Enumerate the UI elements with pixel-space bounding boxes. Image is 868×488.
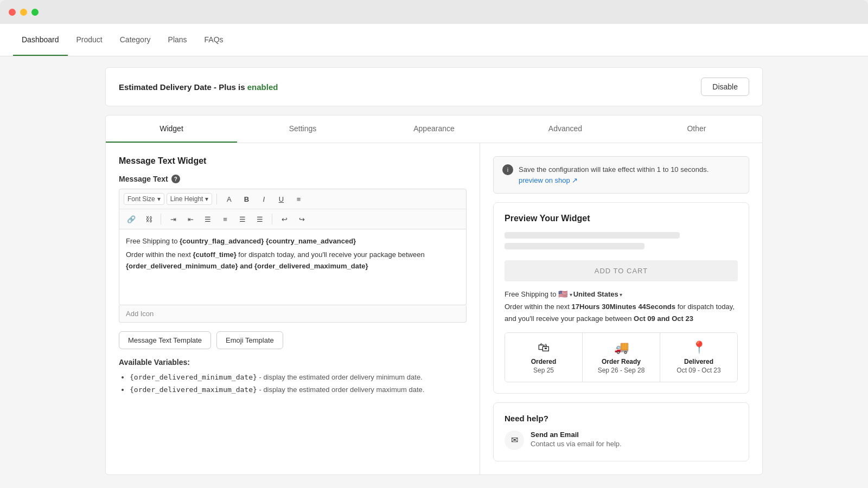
preview-card: Preview Your Widget ADD TO CART Free Shi…: [493, 202, 749, 394]
var-desc-1: - display the estimated order delivery m…: [259, 373, 422, 381]
help-text-wrap: Send an Email Contact us via email for h…: [531, 431, 622, 448]
email-icon: ✉: [505, 431, 524, 450]
help-card: Need help? ✉ Send an Email Contact us vi…: [493, 402, 749, 461]
variables-title: Available Variables:: [119, 358, 467, 367]
unlink-btn[interactable]: ⛓: [141, 211, 156, 227]
status-text: Estimated Delivery Date - Plus is enable…: [119, 82, 278, 92]
var-code-2: {order_delivered_maximum_date}: [130, 386, 257, 394]
info-message: Save the configuration will take effect …: [519, 165, 709, 174]
toolbar-row-1: Font Size ▾ Line Height ▾ A B I U: [119, 189, 466, 209]
timeline-step-ready: 🚚 Order Ready Sep 26 - Sep 28: [583, 333, 660, 382]
message-text-template-btn[interactable]: Message Text Template: [119, 331, 211, 349]
chevron-icon-2: ▾: [620, 290, 622, 299]
link-btn[interactable]: 🔗: [124, 211, 139, 227]
disable-button[interactable]: Disable: [701, 78, 749, 96]
right-panel: i Save the configuration will take effec…: [480, 143, 762, 474]
timeline-label-ready: Order Ready: [587, 358, 655, 365]
timeline-date-ordered: Sep 25: [509, 367, 578, 374]
nav-plans[interactable]: Plans: [159, 24, 196, 56]
shipping-info: Free Shipping to 🇺🇸 ▾ United States ▾ Or…: [505, 288, 738, 325]
tab-content: Message Text Widget Message Text ? Font …: [106, 143, 762, 474]
top-nav: Dashboard Product Category Plans FAQs: [0, 24, 868, 56]
left-panel: Message Text Widget Message Text ? Font …: [106, 143, 480, 474]
align-left-btn[interactable]: ☰: [200, 211, 215, 227]
country-dropdown[interactable]: ▾ United States ▾: [570, 288, 622, 300]
info-box: i Save the configuration will take effec…: [493, 156, 749, 194]
help-item-title: Send an Email: [531, 431, 622, 439]
undo-btn[interactable]: ↩: [277, 211, 292, 227]
add-to-cart-button[interactable]: ADD TO CART: [505, 260, 738, 281]
underline-btn[interactable]: U: [273, 191, 289, 207]
timeline-date-delivered: Oct 09 - Oct 23: [665, 367, 733, 374]
status-bar: Estimated Delivery Date - Plus is enable…: [105, 67, 763, 106]
editor-line-1: Free Shipping to {country_flag_advanced}…: [126, 236, 459, 247]
font-color-btn[interactable]: A: [221, 191, 237, 207]
tab-appearance[interactable]: Appearance: [368, 115, 500, 143]
shipping-prefix: Free Shipping to: [505, 290, 558, 298]
variables-list: {order_delivered_minimum_date} - display…: [119, 371, 467, 396]
app-container: Dashboard Product Category Plans FAQs Es…: [0, 24, 868, 488]
var-desc-2: - display the estimated order delivery m…: [259, 386, 424, 394]
preview-on-shop-link[interactable]: preview on shop ↗: [519, 176, 578, 184]
timeline-step-delivered: 📍 Delivered Oct 09 - Oct 23: [660, 333, 737, 382]
nav-category[interactable]: Category: [111, 24, 159, 56]
shipping-line2-prefix: Order within the next: [505, 303, 572, 311]
section-title: Message Text Widget: [119, 156, 467, 166]
skeleton-line-2: [505, 243, 644, 249]
delivered-icon: 📍: [665, 341, 733, 355]
delivery-timeline: 🛍 Ordered Sep 25 🚚 Order Ready Sep 26 - …: [505, 332, 738, 382]
ready-icon: 🚚: [587, 341, 655, 355]
timeline-label-ordered: Ordered: [509, 358, 578, 365]
chevron-icon: ▾: [570, 290, 572, 299]
help-title: Need help?: [505, 414, 738, 423]
status-prefix: Estimated Delivery Date - Plus is: [119, 82, 247, 92]
info-icon: i: [502, 164, 513, 175]
justify-btn[interactable]: ☰: [252, 211, 267, 227]
help-item-email: ✉ Send an Email Contact us via email for…: [505, 431, 738, 450]
outdent-btn[interactable]: ⇤: [183, 211, 198, 227]
tab-widget[interactable]: Widget: [106, 115, 237, 143]
info-text: Save the configuration will take effect …: [519, 164, 709, 185]
window-chrome: [0, 0, 868, 24]
rich-text-toolbar: Font Size ▾ Line Height ▾ A B I U: [119, 189, 467, 229]
var-code-1: {order_delivered_minimum_date}: [130, 373, 257, 381]
add-icon-row[interactable]: Add Icon: [119, 305, 467, 323]
delivery-dates: Oct 09 and Oct 23: [634, 314, 693, 323]
italic-btn[interactable]: I: [256, 191, 271, 207]
toolbar-row-2: 🔗 ⛓ ⇥ ⇤ ☰ ≡ ☰ ☰ ↩ ↪: [119, 209, 466, 229]
flag-emoji: 🇺🇸: [558, 290, 567, 298]
list-item: {order_delivered_maximum_date} - display…: [130, 383, 467, 396]
help-item-desc: Contact us via email for help.: [531, 440, 622, 448]
close-button[interactable]: [9, 9, 16, 16]
redo-btn[interactable]: ↪: [294, 211, 309, 227]
preview-title: Preview Your Widget: [505, 214, 738, 223]
bold-btn[interactable]: B: [239, 191, 254, 207]
help-icon[interactable]: ?: [171, 175, 180, 183]
indent-btn[interactable]: ⇥: [165, 211, 181, 227]
toolbar-divider-3: [272, 214, 272, 224]
font-size-select[interactable]: Font Size ▾: [124, 193, 164, 205]
minimize-button[interactable]: [20, 9, 27, 16]
field-label: Message Text ?: [119, 175, 467, 183]
timeline-label-delivered: Delivered: [665, 358, 733, 365]
nav-faqs[interactable]: FAQs: [196, 24, 232, 56]
strikethrough-btn[interactable]: ≡: [291, 191, 306, 207]
tab-advanced[interactable]: Advanced: [500, 115, 631, 143]
tab-other[interactable]: Other: [631, 115, 762, 143]
skeleton-line-1: [505, 232, 680, 239]
align-right-btn[interactable]: ☰: [235, 211, 250, 227]
list-item: {order_delivered_minimum_date} - display…: [130, 371, 467, 383]
toolbar-divider-2: [161, 214, 161, 224]
align-center-btn[interactable]: ≡: [218, 211, 233, 227]
editor-area[interactable]: Free Shipping to {country_flag_advanced}…: [119, 229, 467, 305]
nav-product[interactable]: Product: [68, 24, 111, 56]
timeline-date-ready: Sep 26 - Sep 28: [587, 367, 655, 374]
line-height-select[interactable]: Line Height ▾: [167, 193, 213, 205]
tab-settings[interactable]: Settings: [237, 115, 368, 143]
template-buttons: Message Text Template Emoji Template: [119, 331, 467, 349]
maximize-button[interactable]: [31, 9, 39, 16]
timeline-step-ordered: 🛍 Ordered Sep 25: [505, 333, 583, 382]
emoji-template-btn[interactable]: Emoji Template: [216, 331, 283, 349]
toolbar-divider-1: [216, 194, 217, 204]
nav-dashboard[interactable]: Dashboard: [13, 24, 68, 56]
